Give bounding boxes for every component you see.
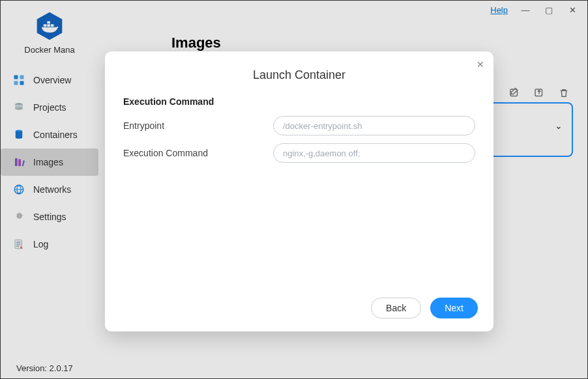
back-button[interactable]: Back: [371, 298, 421, 318]
next-button[interactable]: Next: [430, 298, 478, 318]
entrypoint-row: Entrypoint: [123, 116, 475, 135]
exec-cmd-input[interactable]: [273, 143, 475, 163]
modal-footer: Back Next: [105, 298, 493, 331]
launch-container-modal: ✕ Launch Container Execution Command Ent…: [105, 51, 493, 331]
section-title: Execution Command: [123, 96, 475, 107]
modal-body: Execution Command Entrypoint Execution C…: [105, 82, 493, 298]
exec-cmd-row: Execution Command: [123, 143, 475, 163]
modal-title: Launch Container: [105, 68, 493, 82]
entrypoint-label: Entrypoint: [123, 120, 260, 131]
app-window: Docker Mana Overview Projects Containers: [0, 0, 588, 379]
exec-cmd-label: Execution Command: [123, 148, 260, 158]
close-icon[interactable]: ✕: [477, 59, 484, 70]
entrypoint-input[interactable]: [273, 116, 475, 135]
